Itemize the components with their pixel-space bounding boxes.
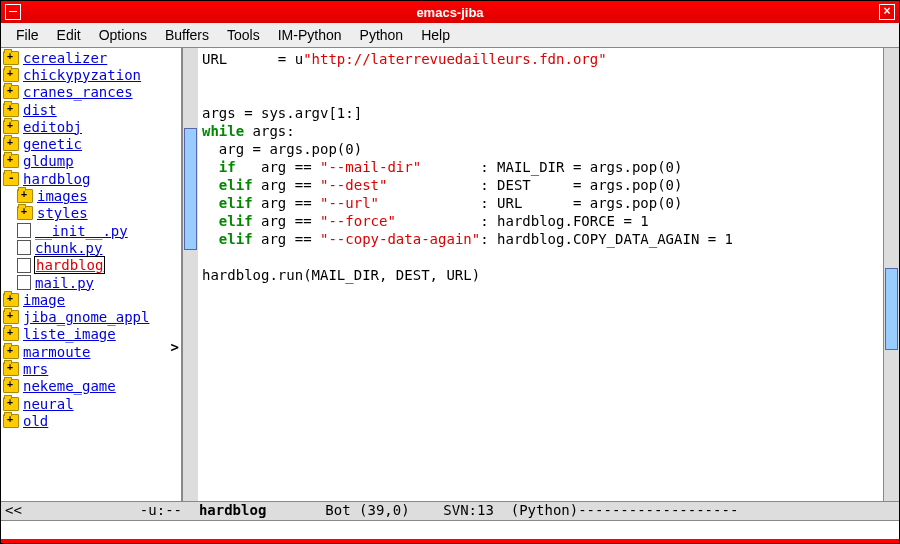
tree-item-chunk-py[interactable]: chunk.py (1, 239, 181, 256)
tree-label: dist (23, 102, 57, 118)
editor-scrollbar[interactable] (883, 48, 899, 501)
main-body: cerealizerchickypyzationcranes_rancesdis… (1, 48, 899, 501)
folder-icon (3, 379, 19, 393)
tree-label: cranes_rances (23, 84, 133, 100)
folder-icon (3, 310, 19, 324)
folder-icon (3, 85, 19, 99)
scrollbar-thumb[interactable] (885, 268, 898, 350)
tree-label: mrs (23, 361, 48, 377)
tree-label: liste_image (23, 326, 116, 342)
editor-pane: URL = u"http://laterrevuedailleurs.fdn.o… (198, 48, 899, 501)
tree-label: editobj (23, 119, 82, 135)
tree-item-nekeme-game[interactable]: nekeme_game (1, 378, 181, 395)
tree-item-marmoute[interactable]: marmoute (1, 343, 181, 360)
folder-icon (3, 120, 19, 134)
minibuffer[interactable] (1, 520, 899, 539)
tree-item-dist[interactable]: dist (1, 101, 181, 118)
menu-edit[interactable]: Edit (48, 25, 90, 45)
tree-label: image (23, 292, 65, 308)
file-icon (17, 258, 31, 273)
tree-label: genetic (23, 136, 82, 152)
tree-item---init---py[interactable]: __init__.py (1, 222, 181, 239)
tree-item-cranes-rances[interactable]: cranes_rances (1, 84, 181, 101)
folder-icon (17, 206, 33, 220)
folder-icon (3, 345, 19, 359)
code-area[interactable]: URL = u"http://laterrevuedailleurs.fdn.o… (198, 48, 883, 501)
truncation-arrow: > (171, 339, 179, 355)
menu-buffers[interactable]: Buffers (156, 25, 218, 45)
file-icon (17, 223, 31, 238)
tree-label: mail.py (35, 275, 94, 291)
keyword-if: if (219, 159, 236, 175)
folder-icon (3, 51, 19, 65)
titlebar[interactable]: emacs-jiba × (1, 1, 899, 23)
tree-label: hardblog (23, 171, 90, 187)
bottom-border (1, 539, 899, 543)
tree-label: images (37, 188, 88, 204)
tree-label: chickypyzation (23, 67, 141, 83)
folder-icon (3, 137, 19, 151)
folder-icon (3, 327, 19, 341)
tree-label: neural (23, 396, 74, 412)
tree-label: cerealizer (23, 50, 107, 66)
emacs-window: emacs-jiba × File Edit Options Buffers T… (0, 0, 900, 544)
folder-icon (17, 189, 33, 203)
tree-label: styles (37, 205, 88, 221)
tree-label: gldump (23, 153, 74, 169)
keyword-elif: elif (219, 177, 253, 193)
tree-item-jiba-gnome-appl[interactable]: jiba_gnome_appl (1, 308, 181, 325)
tree-item-image[interactable]: image (1, 291, 181, 308)
close-icon[interactable]: × (879, 4, 895, 20)
tree-item-liste-image[interactable]: liste_image (1, 326, 181, 343)
window-title: emacs-jiba (416, 5, 483, 20)
file-icon (17, 275, 31, 290)
menu-file[interactable]: File (7, 25, 48, 45)
tree-item-gldump[interactable]: gldump (1, 153, 181, 170)
tree-label: nekeme_game (23, 378, 116, 394)
menu-python[interactable]: Python (351, 25, 413, 45)
tree-item-old[interactable]: old (1, 412, 181, 429)
tree-label: marmoute (23, 344, 90, 360)
tree-label: chunk.py (35, 240, 102, 256)
tree-item-genetic[interactable]: genetic (1, 135, 181, 152)
tree-label: old (23, 413, 48, 429)
folder-icon (3, 154, 19, 168)
folder-icon (3, 68, 19, 82)
menu-options[interactable]: Options (90, 25, 156, 45)
menu-im-python[interactable]: IM-Python (269, 25, 351, 45)
scrollbar-thumb[interactable] (184, 128, 197, 250)
tree-item-styles[interactable]: styles (1, 205, 181, 222)
tree-item-neural[interactable]: neural (1, 395, 181, 412)
file-icon (17, 240, 31, 255)
menu-help[interactable]: Help (412, 25, 459, 45)
folder-icon (3, 397, 19, 411)
file-tree[interactable]: cerealizerchickypyzationcranes_rancesdis… (1, 48, 182, 501)
folder-icon (3, 172, 19, 186)
tree-item-chickypyzation[interactable]: chickypyzation (1, 66, 181, 83)
modeline[interactable]: << -u:-- hardblog Bot (39,0) SVN:13 (Pyt… (1, 501, 899, 520)
string-literal: "http://laterrevuedailleurs.fdn.org" (303, 51, 606, 67)
menubar: File Edit Options Buffers Tools IM-Pytho… (1, 23, 899, 48)
tree-item-images[interactable]: images (1, 187, 181, 204)
tree-label: __init__.py (35, 223, 128, 239)
tree-item-mrs[interactable]: mrs (1, 360, 181, 377)
buffer-name: hardblog (199, 502, 266, 518)
tree-scrollbar[interactable] (182, 48, 198, 501)
window-menu-icon[interactable] (5, 4, 21, 20)
tree-item-cerealizer[interactable]: cerealizer (1, 49, 181, 66)
tree-item-hardblog[interactable]: hardblog (1, 170, 181, 187)
tree-label: jiba_gnome_appl (23, 309, 149, 325)
folder-icon (3, 414, 19, 428)
folder-icon (3, 103, 19, 117)
folder-icon (3, 362, 19, 376)
tree-item-mail-py[interactable]: mail.py (1, 274, 181, 291)
menu-tools[interactable]: Tools (218, 25, 269, 45)
tree-label: hardblog (35, 257, 104, 273)
folder-icon (3, 293, 19, 307)
tree-item-hardblog[interactable]: hardblog (1, 257, 181, 274)
tree-item-editobj[interactable]: editobj (1, 118, 181, 135)
keyword-while: while (202, 123, 244, 139)
